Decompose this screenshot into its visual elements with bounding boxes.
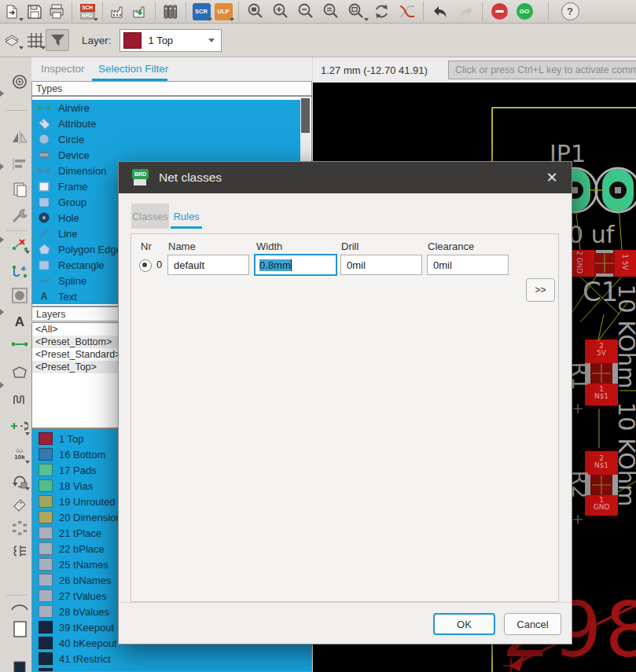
layer-label: 28 bValues: [59, 606, 109, 618]
polygon-edge-icon: [37, 244, 51, 255]
dialog-titlebar[interactable]: BRD Net classes ✕: [119, 162, 572, 193]
layer-dropdown-value: 1 Top: [149, 35, 174, 46]
ok-button[interactable]: OK: [433, 613, 495, 635]
stop-button[interactable]: [487, 2, 512, 22]
gate-swap-button[interactable]: [394, 2, 419, 22]
zoom-redraw-button[interactable]: [344, 2, 369, 22]
panel-tabs: Inspector Selection Filter: [31, 57, 312, 82]
drill-field[interactable]: [340, 255, 422, 275]
partial-icon: [13, 660, 27, 672]
type-row-attribute[interactable]: Attribute: [32, 116, 300, 131]
partial-icon: [0, 163, 4, 170]
redo-button[interactable]: [453, 2, 478, 22]
ripup-button[interactable]: [9, 261, 30, 281]
net-classes-dialog: BRD Net classes ✕ Classes Rules Nr Name …: [118, 161, 572, 644]
type-label: Hole: [58, 212, 79, 224]
selection-filter-button[interactable]: [46, 29, 69, 51]
save-button[interactable]: [24, 2, 46, 22]
tab-inspector[interactable]: Inspector: [41, 63, 85, 75]
layer-row[interactable]: 42 bRestrict: [32, 666, 311, 672]
scrollbar-thumb[interactable]: [301, 98, 310, 133]
width-field[interactable]: 0.8mm: [254, 254, 337, 276]
command-line-input[interactable]: [448, 61, 636, 79]
clearance-field[interactable]: [427, 255, 509, 275]
cam-processor-button[interactable]: [107, 2, 129, 22]
polygon-tool-button[interactable]: [9, 362, 30, 383]
expand-columns-button[interactable]: >>: [526, 278, 555, 302]
rectangle-icon: [13, 620, 28, 638]
layer-row[interactable]: 41 tRestrict: [32, 651, 311, 666]
strip-separator: [6, 110, 27, 111]
rect-tool-button[interactable]: [9, 619, 30, 639]
layers-stack-icon: [3, 32, 22, 48]
cam-export-icon: [131, 4, 149, 20]
brd-icon-label: BRD: [132, 169, 149, 179]
tool-strip: A R2 10k: [0, 57, 32, 672]
name-field[interactable]: [167, 255, 249, 275]
layer-dropdown[interactable]: 1 Top: [119, 29, 222, 52]
type-row-circle[interactable]: Circle: [32, 131, 300, 147]
mirror-button[interactable]: [9, 127, 30, 148]
wire-tool-button[interactable]: [9, 334, 30, 354]
close-icon[interactable]: ✕: [542, 168, 561, 187]
type-row-device[interactable]: Device: [32, 147, 300, 163]
help-button[interactable]: ?: [557, 2, 583, 22]
tab-rules[interactable]: Rules: [171, 204, 202, 229]
run-ulp-button[interactable]: ULP: [212, 2, 234, 22]
types-header: Types: [31, 81, 312, 96]
cancel-button[interactable]: Cancel: [504, 613, 561, 635]
refresh-button[interactable]: [369, 2, 394, 22]
meander-tool-button[interactable]: [9, 389, 30, 409]
paste-button[interactable]: [9, 179, 30, 200]
text-tool-button[interactable]: A: [9, 312, 30, 332]
go-button[interactable]: GO: [512, 2, 537, 22]
route-airwire-button[interactable]: [9, 234, 30, 255]
net-class-table: Nr Name Width Drill Clearance 0 0.8mm >>: [131, 233, 559, 602]
switch-sch-brd-button[interactable]: SCH BRD: [76, 2, 98, 22]
name-value-button[interactable]: R2 10k: [9, 444, 30, 465]
library-button[interactable]: [160, 2, 182, 22]
tab-classes[interactable]: Classes: [131, 204, 169, 229]
type-label: Line: [58, 228, 78, 240]
go-icon: GO: [517, 3, 533, 20]
open-file-button[interactable]: [2, 2, 24, 22]
smash-button[interactable]: [9, 518, 30, 538]
zoom-in-button[interactable]: [268, 2, 293, 22]
grid-button[interactable]: [24, 30, 46, 50]
r2-pad1-label: 1 GND: [585, 497, 618, 511]
toolbar-separator: [186, 2, 186, 22]
add-signal-button[interactable]: [9, 416, 30, 436]
layer-swatch: [39, 621, 53, 633]
net-class-radio[interactable]: [139, 259, 152, 272]
align-button[interactable]: [9, 153, 30, 174]
zoom-select-button[interactable]: [318, 2, 344, 22]
c1-pad1-label: 2 GND: [575, 245, 583, 280]
type-row-airwire[interactable]: Airwire: [32, 100, 300, 116]
arc-tool-button[interactable]: [9, 595, 30, 615]
partial-tool-button[interactable]: [9, 656, 30, 672]
text-caret: [291, 259, 292, 271]
wrench-tool-button[interactable]: [9, 205, 30, 226]
tab-selection-filter[interactable]: Selection Filter: [98, 63, 168, 75]
status-bar: 1.27 mm (-12.70 41.91): [313, 57, 636, 83]
pinswap-button[interactable]: [9, 542, 30, 562]
layer-settings-button[interactable]: [2, 30, 24, 50]
undo-button[interactable]: [428, 2, 453, 22]
brd-icon-sheet: [134, 179, 146, 185]
layer-label: 22 bPlace: [59, 543, 105, 555]
cam-export-button[interactable]: [129, 2, 151, 22]
c1-pad2-label: 1 5V: [621, 245, 628, 280]
show-layers-button[interactable]: [9, 72, 30, 92]
save-icon: [26, 3, 43, 20]
print-button[interactable]: [46, 2, 68, 22]
run-script-button[interactable]: SCR: [190, 2, 212, 22]
help-glyph: ?: [567, 6, 573, 17]
label-button[interactable]: [9, 494, 30, 515]
rotate-button[interactable]: [9, 471, 30, 491]
gate-swap-icon: [398, 4, 416, 19]
pad-number: 2: [575, 251, 583, 255]
via-button[interactable]: [9, 285, 30, 306]
zoom-fit-button[interactable]: [243, 2, 268, 22]
zoom-out-button[interactable]: [293, 2, 318, 22]
partial-icon: [0, 309, 4, 315]
